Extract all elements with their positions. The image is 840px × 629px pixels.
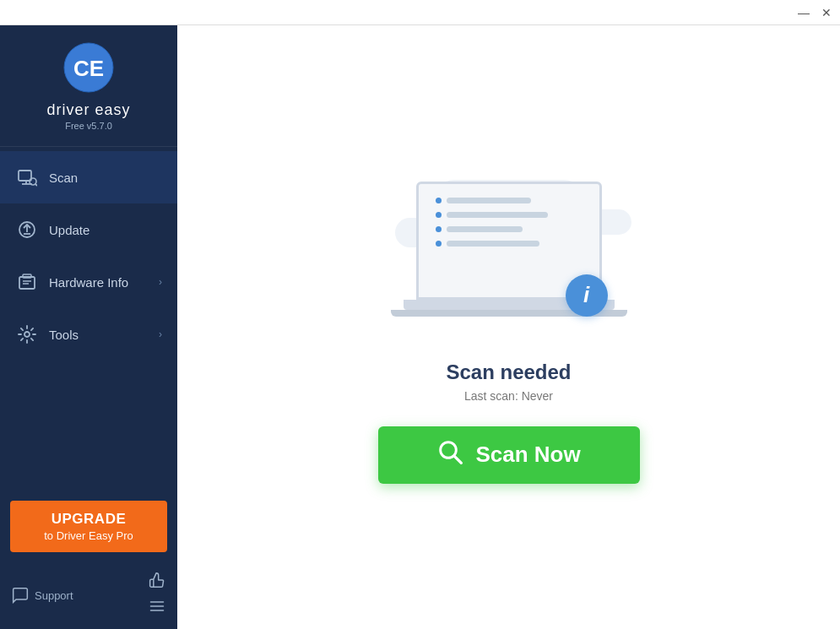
scan-icon (15, 165, 39, 189)
sidebar-item-tools[interactable]: Tools › (0, 308, 177, 361)
sidebar-bottom: Support (0, 565, 177, 629)
thumbs-up-icon[interactable] (149, 572, 165, 593)
menu-list-icon[interactable] (149, 598, 165, 619)
laptop-dot-1 (436, 198, 442, 203)
sidebar-item-tools-label: Tools (49, 328, 159, 342)
laptop-bar-4 (447, 241, 539, 247)
laptop-dot-2 (436, 212, 442, 218)
nav-items: Scan Update (0, 147, 177, 492)
update-icon (15, 218, 39, 241)
main-layout: CE driver easy Free v5.7.0 Scan (0, 25, 840, 629)
support-label: Support (35, 589, 73, 602)
laptop-line-2 (436, 212, 548, 218)
window-controls: — ✕ (798, 7, 832, 19)
main-content: i Scan needed Last scan: Never Scan Now (177, 25, 840, 629)
svg-point-12 (24, 332, 30, 337)
sidebar-item-update[interactable]: Update (0, 203, 177, 256)
app-version: Free v5.7.0 (65, 121, 112, 131)
scan-search-icon (436, 438, 463, 471)
svg-text:CE: CE (73, 56, 104, 81)
upgrade-line1: UPGRADE (19, 511, 159, 528)
upgrade-button[interactable]: UPGRADE to Driver Easy Pro (10, 501, 167, 552)
sidebar-item-scan[interactable]: Scan (0, 151, 177, 203)
close-button[interactable]: ✕ (821, 7, 832, 19)
svg-line-17 (455, 456, 462, 463)
laptop-bar-2 (447, 212, 548, 218)
support-button[interactable]: Support (12, 587, 73, 604)
info-badge: i (566, 274, 608, 317)
svg-rect-2 (19, 171, 31, 181)
sidebar-item-hardware-info[interactable]: Hardware Info › (0, 256, 177, 308)
svg-point-5 (30, 178, 36, 185)
sidebar-item-hardware-info-label: Hardware Info (49, 275, 159, 290)
hardware-info-arrow-icon: › (159, 276, 162, 288)
scan-illustration: i (378, 171, 640, 340)
scan-needed-title: Scan needed (446, 361, 571, 384)
scan-now-button[interactable]: Scan Now (378, 426, 640, 484)
sidebar-bottom-icons (149, 572, 165, 619)
scan-last-time: Last scan: Never (464, 389, 553, 403)
sidebar-item-update-label: Update (49, 223, 162, 237)
tools-icon (15, 323, 39, 346)
upgrade-line2: to Driver Easy Pro (19, 529, 159, 542)
sidebar-item-scan-label: Scan (49, 171, 162, 185)
app-name: driver easy (46, 101, 130, 119)
laptop-bar-1 (447, 198, 531, 203)
scan-now-label: Scan Now (475, 442, 580, 468)
laptop-line-1 (436, 198, 531, 203)
svg-rect-8 (19, 277, 35, 289)
svg-line-6 (35, 184, 37, 186)
laptop-bar-3 (447, 226, 523, 232)
hardware-info-icon (15, 270, 39, 294)
laptop-dot-3 (436, 226, 442, 232)
support-chat-icon (12, 587, 29, 604)
sidebar-logo: CE driver easy Free v5.7.0 (0, 25, 177, 147)
laptop-line-4 (436, 241, 539, 247)
sidebar: CE driver easy Free v5.7.0 Scan (0, 25, 177, 629)
minimize-button[interactable]: — (798, 7, 810, 19)
title-bar: — ✕ (0, 0, 840, 25)
svg-rect-9 (23, 274, 31, 278)
laptop-dot-4 (436, 241, 442, 247)
laptop-line-3 (436, 226, 523, 232)
app-logo-icon: CE (63, 42, 114, 93)
tools-arrow-icon: › (159, 328, 162, 340)
